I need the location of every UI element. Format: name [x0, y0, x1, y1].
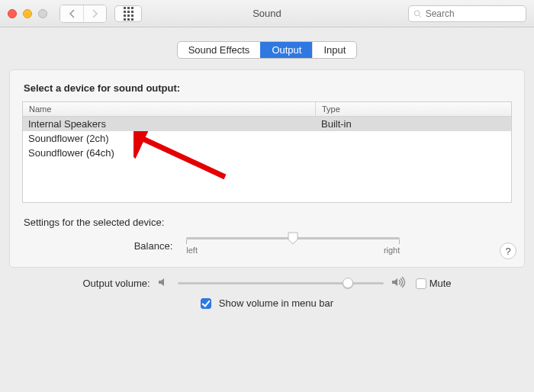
svg-point-0 [414, 10, 420, 15]
balance-slider[interactable]: left right [186, 237, 400, 255]
column-name[interactable]: Name [23, 102, 316, 116]
footer: Output volume: Mute Show volume in menu … [0, 268, 534, 313]
volume-thumb[interactable] [343, 278, 353, 288]
device-type [316, 146, 511, 160]
zoom-icon [38, 9, 47, 18]
table-row[interactable]: Internal Speakers Built-in [23, 117, 511, 131]
tab-output[interactable]: Output [260, 42, 312, 58]
mute-control[interactable]: Mute [416, 278, 452, 289]
back-button[interactable] [60, 5, 83, 22]
grid-icon [124, 7, 134, 21]
device-name: Soundflower (64ch) [23, 146, 316, 160]
content-area: Sound Effects Output Input Select a devi… [0, 27, 534, 268]
table-header: Name Type [23, 102, 511, 117]
tab-bar: Sound Effects Output Input [9, 41, 525, 59]
balance-control: Balance: left right [22, 237, 512, 255]
speaker-max-icon [391, 277, 408, 290]
balance-label: Balance: [134, 240, 173, 252]
output-volume-row: Output volume: Mute [9, 277, 525, 290]
column-type[interactable]: Type [316, 102, 511, 116]
panel-heading: Select a device for sound output: [24, 82, 510, 94]
table-row[interactable]: Soundflower (64ch) [23, 146, 511, 160]
speaker-min-icon [158, 277, 170, 290]
forward-button[interactable] [83, 5, 106, 22]
settings-heading: Settings for the selected device: [24, 217, 510, 228]
table-row[interactable]: Soundflower (2ch) [23, 131, 511, 146]
search-input[interactable] [426, 8, 521, 19]
minimize-icon[interactable] [23, 9, 32, 18]
window-controls [8, 9, 47, 18]
close-icon[interactable] [8, 9, 17, 18]
show-volume-checkbox[interactable] [201, 298, 211, 309]
tab-input[interactable]: Input [312, 42, 356, 58]
nav-buttons [60, 5, 107, 23]
window-title: Sound [253, 8, 281, 19]
output-volume-label: Output volume: [82, 278, 150, 289]
device-type: Built-in [316, 117, 511, 131]
tab-sound-effects[interactable]: Sound Effects [178, 42, 261, 58]
help-button[interactable]: ? [500, 243, 516, 259]
volume-slider[interactable] [178, 282, 384, 284]
device-name: Soundflower (2ch) [23, 131, 316, 146]
show-in-menu-bar-control[interactable]: Show volume in menu bar [9, 297, 525, 309]
show-volume-label: Show volume in menu bar [219, 297, 333, 309]
search-icon [413, 9, 422, 18]
output-panel: Select a device for sound output: Name T… [9, 69, 525, 268]
mute-checkbox[interactable] [416, 278, 426, 289]
device-name: Internal Speakers [23, 117, 316, 131]
table-body: Internal Speakers Built-in Soundflower (… [23, 117, 511, 202]
device-table: Name Type Internal Speakers Built-in Sou… [22, 101, 512, 203]
titlebar: Sound [0, 0, 534, 27]
chevron-left-icon [69, 9, 76, 18]
mute-label: Mute [429, 278, 452, 289]
device-type [316, 131, 511, 146]
show-all-prefs-button[interactable] [114, 5, 142, 22]
balance-thumb[interactable] [287, 232, 299, 245]
balance-right-label: right [384, 246, 400, 255]
balance-left-label: left [186, 246, 198, 255]
chevron-right-icon [92, 9, 98, 18]
svg-line-1 [419, 15, 421, 18]
search-field-wrap[interactable] [408, 5, 526, 22]
